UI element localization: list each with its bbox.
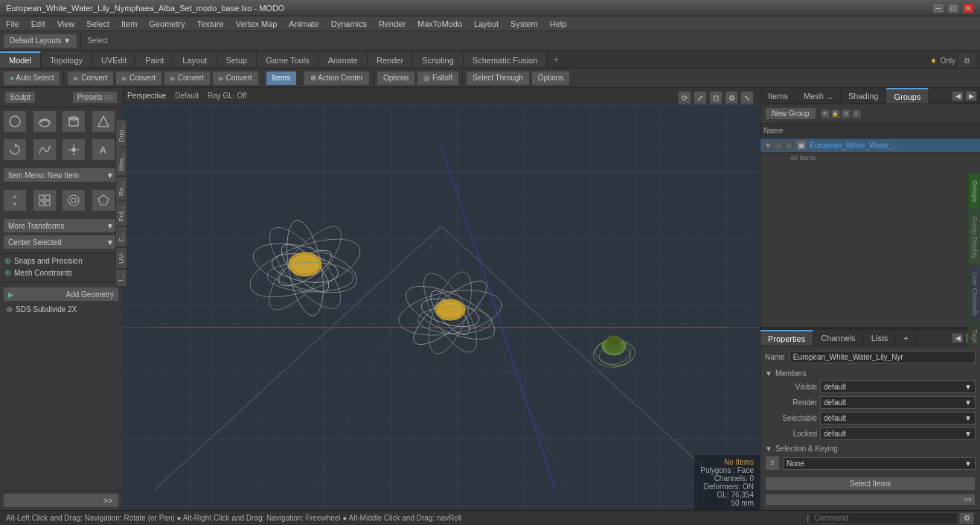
user-channels-vtab[interactable]: User Channels bbox=[968, 265, 980, 323]
presets-button[interactable]: Presets F6 bbox=[72, 91, 118, 104]
locked-select[interactable]: default ▼ bbox=[820, 427, 976, 440]
convert-button-3[interactable]: ▶ Convert bbox=[164, 71, 211, 86]
item-eye-icon[interactable]: 👁 bbox=[763, 141, 772, 150]
render-select[interactable]: default ▼ bbox=[820, 396, 976, 409]
panel-shrink-btn[interactable]: ◀ bbox=[952, 91, 964, 101]
tab-layout[interactable]: Layout bbox=[173, 51, 217, 68]
info-icon-header[interactable]: ℹ bbox=[852, 109, 861, 118]
tool-wire[interactable] bbox=[62, 189, 86, 211]
props-shrink-btn[interactable]: ◀ bbox=[952, 333, 964, 343]
props-tab-lists[interactable]: Lists bbox=[864, 330, 897, 346]
vp-rotate-btn[interactable]: ⟳ bbox=[678, 91, 691, 104]
add-tab-button[interactable]: + bbox=[547, 50, 565, 68]
tab-scripting[interactable]: Scripting bbox=[413, 51, 464, 68]
lock-icon-header[interactable]: 🔒 bbox=[831, 109, 840, 118]
menu-select[interactable]: Select bbox=[80, 16, 115, 31]
props-tab-channels[interactable]: Channels bbox=[813, 330, 863, 346]
falloff-button[interactable]: ◎ Falloff bbox=[417, 71, 459, 86]
menu-layout[interactable]: Layout bbox=[468, 16, 505, 31]
props-tab-properties[interactable]: Properties bbox=[760, 330, 813, 346]
minimize-button[interactable]: ─ bbox=[932, 3, 944, 13]
vp-fit-btn[interactable]: ⊡ bbox=[709, 91, 723, 104]
tool-star[interactable] bbox=[62, 139, 86, 161]
right-tab-mesh[interactable]: Mesh ... bbox=[796, 88, 841, 104]
menu-texture[interactable]: Texture bbox=[191, 16, 230, 31]
menu-view[interactable]: View bbox=[51, 16, 81, 31]
menu-maxtomodo[interactable]: MaxToModo bbox=[411, 16, 468, 31]
tags-vtab[interactable]: Tags bbox=[968, 322, 980, 350]
tab-animate[interactable]: Animate bbox=[319, 51, 368, 68]
sds-row[interactable]: ⊕ SDS Subdivide 2X bbox=[3, 303, 119, 316]
tool-move[interactable] bbox=[3, 189, 27, 211]
items-button[interactable]: Items bbox=[266, 71, 297, 86]
command-settings-button[interactable]: ⚙ bbox=[959, 512, 974, 524]
new-group-button[interactable]: New Group bbox=[765, 107, 816, 120]
add-geometry-dropdown[interactable]: ▶ Add Geometry bbox=[3, 287, 119, 302]
options-button-2[interactable]: Options bbox=[531, 71, 570, 86]
maximize-button[interactable]: □ bbox=[947, 3, 959, 13]
tab-schematic-fusion[interactable]: Schematic Fusion bbox=[464, 51, 547, 68]
vp-settings-btn[interactable]: ⚙ bbox=[725, 91, 738, 104]
tab-render[interactable]: Render bbox=[368, 51, 413, 68]
layout-settings-button[interactable]: ⚙ bbox=[958, 53, 976, 68]
menu-geometry[interactable]: Geometry bbox=[143, 16, 190, 31]
tool-polygon[interactable] bbox=[92, 189, 115, 211]
mesh-constraints-row[interactable]: ⊕ Mesh Constraints bbox=[4, 268, 118, 278]
item-check-icon[interactable]: □ bbox=[784, 141, 793, 150]
visible-select[interactable]: default ▼ bbox=[820, 381, 976, 393]
groups-vtab[interactable]: Groups bbox=[968, 174, 980, 209]
tool-circle[interactable] bbox=[33, 110, 57, 133]
menu-edit[interactable]: Edit bbox=[25, 16, 51, 31]
viewport-canvas[interactable]: X Y Z No Items Polygons : Face Channels:… bbox=[123, 104, 760, 510]
close-button[interactable]: ✕ bbox=[962, 3, 974, 13]
right-tab-shading[interactable]: Shading bbox=[841, 88, 886, 104]
eye-icon-header[interactable]: 👁 bbox=[821, 109, 830, 118]
tab-game-tools[interactable]: Game Tools bbox=[257, 51, 319, 68]
action-center-button[interactable]: ⊕ Action Center bbox=[304, 71, 370, 86]
menu-render[interactable]: Render bbox=[373, 16, 411, 31]
tool-sphere[interactable] bbox=[3, 110, 27, 133]
select-items-button[interactable]: Select Items bbox=[765, 477, 976, 491]
more-transforms-dropdown[interactable]: More Transforms ▼ bbox=[3, 218, 119, 233]
select-through-button[interactable]: Select Through bbox=[466, 71, 530, 86]
tool-cone[interactable] bbox=[92, 110, 115, 133]
auto-select-button[interactable]: ● Auto Select bbox=[3, 71, 60, 86]
menu-vertex-map[interactable]: Vertex Map bbox=[230, 16, 284, 31]
panel-expand-btn[interactable]: ▶ bbox=[965, 91, 977, 101]
group-display-vtab[interactable]: Group Display bbox=[968, 209, 980, 265]
vp-expand-btn[interactable]: ⤡ bbox=[740, 91, 754, 104]
group-item-row[interactable]: 👁 □ □ ▦ European_White_Water_... bbox=[760, 139, 980, 153]
convert-button-1[interactable]: ▶ Convert bbox=[67, 71, 114, 86]
f-tab[interactable]: f... bbox=[115, 269, 123, 287]
right-tab-items[interactable]: Items bbox=[760, 88, 796, 104]
item-lock-icon[interactable]: □ bbox=[774, 141, 783, 150]
convert-button-4[interactable]: ▶ Convert bbox=[212, 71, 259, 86]
item-menu-dropdown[interactable]: Item Menu: New Item ▼ bbox=[3, 168, 119, 182]
mes-tab[interactable]: Mes... bbox=[115, 147, 123, 176]
command-input[interactable] bbox=[809, 512, 958, 524]
pol-tab[interactable]: Pol... bbox=[115, 201, 123, 227]
re-tab[interactable]: Re... bbox=[115, 176, 123, 201]
keying-dots-icon[interactable]: ⠿ bbox=[765, 456, 780, 471]
tool-curve[interactable] bbox=[33, 139, 57, 161]
sculpt-button[interactable]: Sculpt bbox=[4, 91, 36, 104]
settings-icon-header[interactable]: ⚙ bbox=[842, 109, 851, 118]
tool-cylinder[interactable] bbox=[62, 110, 86, 133]
vp-zoom-btn[interactable]: ⤢ bbox=[694, 91, 707, 104]
tab-uvedit[interactable]: UVEdit bbox=[92, 51, 136, 68]
none-select[interactable]: None ▼ bbox=[783, 457, 976, 470]
tool-grid[interactable] bbox=[33, 189, 57, 211]
props-tab-add[interactable]: + bbox=[896, 330, 916, 346]
default-layouts-dropdown[interactable]: Default Layouts ▼ bbox=[3, 34, 77, 48]
center-selected-dropdown[interactable]: Center Selected ▼ bbox=[3, 235, 119, 249]
right-tab-groups[interactable]: Groups bbox=[886, 88, 929, 104]
dup-tab[interactable]: Dup... bbox=[115, 119, 123, 147]
menu-item[interactable]: Item bbox=[115, 16, 143, 31]
name-input[interactable]: European_White_Water_Lily_Nyr bbox=[790, 351, 976, 363]
menu-system[interactable]: System bbox=[505, 16, 544, 31]
menu-dynamics[interactable]: Dynamics bbox=[325, 16, 373, 31]
props-expand-more[interactable]: >> bbox=[765, 494, 976, 506]
tab-setup[interactable]: Setup bbox=[217, 51, 257, 68]
convert-button-2[interactable]: ▶ Convert bbox=[115, 71, 162, 86]
tab-paint[interactable]: Paint bbox=[136, 51, 173, 68]
